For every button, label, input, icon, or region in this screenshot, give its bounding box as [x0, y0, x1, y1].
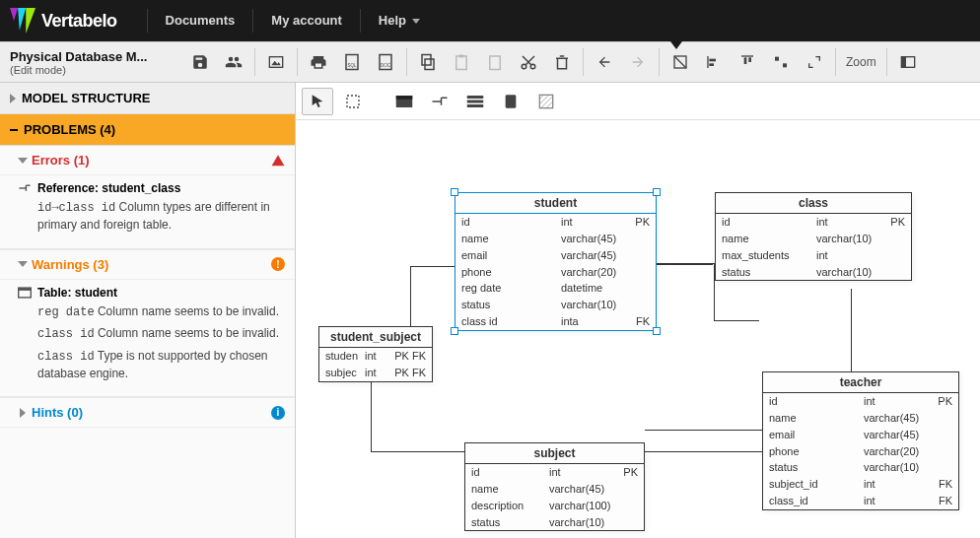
column-row[interactable]: emailvarchar(45)	[763, 427, 958, 443]
connector[interactable]	[645, 430, 765, 431]
copy-button[interactable]	[411, 46, 445, 78]
col-name: email	[461, 248, 561, 263]
column-row[interactable]: idintPK	[465, 464, 644, 481]
col-key	[933, 460, 952, 475]
save-button[interactable]	[183, 46, 217, 78]
undo-button[interactable]	[588, 46, 621, 78]
tool-note[interactable]	[495, 88, 526, 115]
diagram-canvas[interactable]: student idintPKnamevarchar(45)emailvarch…	[296, 120, 980, 538]
resize-handle[interactable]	[653, 188, 661, 196]
column-row[interactable]: phonevarchar(20)	[763, 443, 958, 460]
tool-select[interactable]	[302, 88, 333, 115]
column-row[interactable]: reg datedatetime	[455, 280, 656, 297]
entity-class[interactable]: class idintPKnamevarchar(10)max_students…	[715, 192, 912, 281]
column-row[interactable]: namevarchar(45)	[455, 231, 656, 247]
column-row[interactable]: phonevarchar(20)	[455, 264, 656, 281]
panel-toggle-button[interactable]	[891, 46, 925, 78]
warning-dot-icon: !	[271, 257, 285, 271]
connector[interactable]	[657, 264, 713, 265]
clipboard-icon	[486, 53, 504, 71]
column-row[interactable]: max_studentsint	[716, 247, 911, 264]
col-name: name	[769, 411, 864, 426]
fit-button[interactable]	[664, 46, 697, 78]
svg-rect-44	[506, 95, 517, 107]
panel-problems[interactable]: PROBLEMS (4)	[0, 114, 295, 146]
error-item[interactable]: Reference: student_class id→class id Col…	[0, 175, 295, 250]
col-name: name	[722, 232, 816, 246]
column-row[interactable]: namevarchar(45)	[465, 481, 644, 498]
column-row[interactable]: statusvarchar(10)	[763, 459, 958, 476]
nav-account[interactable]: My account	[252, 9, 360, 33]
delete-button[interactable]	[545, 46, 579, 78]
tool-table[interactable]	[388, 88, 420, 115]
col-type: int	[816, 215, 885, 230]
copy-style-button[interactable]	[478, 46, 512, 78]
panel-model-structure[interactable]: MODEL STRUCTURE	[0, 83, 295, 114]
column-row[interactable]: statusvarchar(10)	[716, 264, 911, 281]
entity-subject[interactable]: subject idintPKnamevarchar(45)descriptio…	[464, 442, 645, 531]
resize-handle[interactable]	[451, 188, 458, 196]
tool-view[interactable]	[459, 88, 491, 115]
nav-documents[interactable]: Documents	[147, 9, 253, 33]
connector[interactable]	[371, 451, 464, 452]
share-button[interactable]	[217, 46, 250, 78]
column-row[interactable]: idintPK	[763, 393, 958, 410]
cut-button[interactable]	[512, 46, 545, 78]
distribute-button[interactable]	[764, 46, 798, 78]
svg-rect-25	[748, 57, 751, 62]
people-icon	[224, 53, 244, 71]
image-export-button[interactable]	[259, 46, 293, 78]
warning-item[interactable]: Table: student reg date Column name seem…	[0, 280, 295, 399]
canvas-area[interactable]: student idintPKnamevarchar(45)emailvarch…	[296, 83, 980, 538]
connector[interactable]	[645, 451, 762, 452]
column-row[interactable]: class idintaFK	[455, 313, 656, 330]
column-row[interactable]: subject_idintFK	[763, 476, 958, 493]
tool-reference[interactable]	[424, 88, 455, 115]
column-row[interactable]: idintPK	[716, 214, 911, 231]
column-row[interactable]: namevarchar(45)	[763, 410, 958, 427]
section-warnings[interactable]: Warnings (3) !	[0, 250, 295, 280]
toolbar-marker-icon	[670, 41, 682, 49]
tool-marquee[interactable]	[337, 88, 369, 115]
column-row[interactable]: emailvarchar(45)	[455, 247, 656, 264]
resize-handle[interactable]	[451, 327, 458, 335]
connector[interactable]	[714, 320, 759, 321]
dashed-rect-icon	[345, 94, 361, 109]
fit-icon	[672, 54, 688, 70]
column-row[interactable]: namevarchar(10)	[716, 231, 911, 247]
connector[interactable]	[410, 266, 455, 267]
section-errors[interactable]: Errors (1)	[0, 146, 295, 175]
redo-button[interactable]	[621, 46, 655, 78]
section-hints[interactable]: Hints (0) i	[0, 398, 295, 428]
entity-student-subject[interactable]: student_subject studenintPK FKsubjecintP…	[318, 326, 433, 382]
align-left-button[interactable]	[697, 46, 731, 78]
sidebar: MODEL STRUCTURE PROBLEMS (4) Errors (1) …	[0, 83, 296, 538]
column-row[interactable]: class_idintFK	[763, 493, 958, 509]
document-title-block[interactable]: Physical Database M... (Edit mode)	[6, 47, 183, 78]
logo[interactable]: Vertabelo	[10, 8, 117, 34]
column-row[interactable]: idintPK	[455, 214, 656, 231]
resize-button[interactable]	[798, 46, 831, 78]
column-row[interactable]: statusvarchar(10)	[455, 297, 656, 313]
hatch-icon	[538, 94, 554, 109]
column-row[interactable]: statusvarchar(10)	[465, 514, 644, 531]
align-top-icon	[739, 54, 755, 70]
entity-student[interactable]: student idintPKnamevarchar(45)emailvarch…	[455, 192, 657, 331]
print-button[interactable]	[302, 46, 335, 78]
col-name: max_students	[722, 248, 816, 263]
tool-area[interactable]	[530, 88, 562, 115]
sql-export-button[interactable]: SQL	[335, 46, 369, 78]
entity-teacher[interactable]: teacher idintPKnamevarchar(45)emailvarch…	[762, 371, 959, 510]
paste-button[interactable]	[445, 46, 478, 78]
doc-export-button[interactable]: DOC	[369, 46, 402, 78]
nav-help[interactable]: Help	[360, 9, 438, 33]
column-row[interactable]: descriptionvarchar(100)	[465, 498, 644, 514]
column-row[interactable]: subjecintPK FK	[319, 365, 432, 381]
col-key: PK FK	[386, 366, 426, 380]
col-type: inta	[561, 314, 630, 329]
resize-handle[interactable]	[653, 327, 661, 335]
col-type: varchar(45)	[864, 428, 933, 442]
column-row[interactable]: studenintPK FK	[319, 348, 432, 365]
align-top-button[interactable]	[731, 46, 764, 78]
svg-rect-34	[19, 288, 32, 291]
